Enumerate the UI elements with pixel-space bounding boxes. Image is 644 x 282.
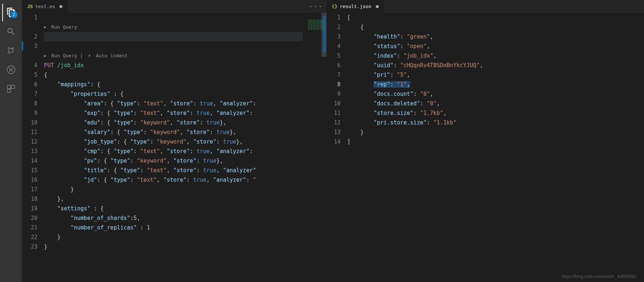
left-tabs: JS test.es ···	[22, 0, 327, 13]
code-line[interactable]: }	[44, 232, 303, 242]
left-code[interactable]: ▶ Run QueryGET _cat/indices▶ Run Query |…	[44, 13, 303, 282]
code-line[interactable]: "salary": { "type": "keyword", "store": …	[44, 127, 303, 137]
code-line[interactable]: "number_of_shards":5,	[44, 213, 303, 223]
code-line[interactable]: "status": "open",	[347, 41, 644, 51]
code-line[interactable]	[44, 41, 303, 51]
debug-icon[interactable]	[2, 61, 20, 79]
code-line[interactable]: "jd": { "type": "text", "store": true, "…	[44, 175, 303, 185]
codelens-run-query[interactable]: ▶ Run Query	[44, 22, 303, 32]
code-line[interactable]: }	[347, 127, 644, 137]
code-line[interactable]: {	[44, 70, 303, 80]
tab-more-icon[interactable]: ···	[305, 3, 327, 10]
code-line[interactable]: "edu": { "type": "keyword", "store": tru…	[44, 118, 303, 127]
scroll-indicator	[323, 16, 326, 53]
left-editor[interactable]: 1234567891011121314151617181920212223 ▶ …	[22, 13, 327, 282]
activity-bar: 2	[0, 0, 22, 282]
minimap[interactable]	[303, 13, 327, 282]
right-editor[interactable]: 1234567891011121314 [ { "health": "green…	[327, 13, 644, 282]
code-line[interactable]: ]	[347, 137, 644, 147]
code-line[interactable]: "uuid": "cHQqnRv4TBSDoBnYkcYJUQ",	[347, 61, 644, 70]
code-line[interactable]: "area": { "type": "text", "store": true,…	[44, 99, 303, 108]
unsaved-dot-icon	[376, 5, 379, 8]
code-line[interactable]: "docs.deleted": "0",	[347, 99, 644, 108]
left-editor-group: JS test.es ··· 1234567891011121314151617…	[22, 0, 327, 282]
json-file-icon: {}	[332, 4, 338, 9]
right-gutter: 1234567891011121314	[327, 13, 347, 282]
tab-label: result.json	[340, 4, 371, 9]
code-line[interactable]: "pri": "5",	[347, 70, 644, 80]
code-line[interactable]: "cmp": { "type": "text", "store": true, …	[44, 147, 303, 156]
code-line[interactable]: "job_type": { "type": "keyword", "store"…	[44, 137, 303, 147]
right-tabs: {} result.json	[327, 0, 644, 13]
code-line[interactable]: "health": "green",	[347, 32, 644, 41]
explorer-icon[interactable]: 2	[2, 4, 20, 21]
code-line[interactable]: "pv": { "type": "keyword", "store": true…	[44, 156, 303, 166]
code-line[interactable]: "docs.count": "0",	[347, 89, 644, 99]
code-line[interactable]: },	[44, 194, 303, 204]
left-gutter: 1234567891011121314151617181920212223	[22, 13, 44, 282]
right-code[interactable]: [ { "health": "green", "status": "open",…	[347, 13, 644, 282]
search-icon[interactable]	[2, 23, 20, 40]
cursor-indicator	[22, 41, 23, 50]
code-line[interactable]: "index": "job_idx",	[347, 51, 644, 61]
source-control-icon[interactable]	[2, 42, 20, 59]
code-line[interactable]: "number_of_replicas" : 1	[44, 223, 303, 232]
tab-label: test.es	[35, 4, 55, 9]
code-line[interactable]: "properties" : {	[44, 89, 303, 99]
code-line[interactable]: [	[347, 13, 644, 22]
code-line[interactable]: "settings" : {	[44, 204, 303, 213]
svg-rect-1	[7, 85, 11, 88]
code-line[interactable]: "rep": "1",	[347, 80, 644, 89]
extensions-icon[interactable]	[2, 80, 20, 98]
code-line[interactable]	[44, 13, 303, 22]
svg-rect-3	[7, 89, 11, 93]
code-line[interactable]: "title": { "type": "text", "store": true…	[44, 166, 303, 175]
active-line-highlight	[44, 32, 303, 41]
code-line[interactable]: }	[44, 242, 303, 252]
right-editor-group: {} result.json 1234567891011121314 [ { "…	[327, 0, 644, 282]
code-line[interactable]: PUT /job_idx	[44, 61, 303, 70]
codelens-run-auto[interactable]: ▶ Run Query | ⚡ Auto indent	[44, 51, 303, 61]
code-line[interactable]: }	[44, 185, 303, 194]
code-line[interactable]: "store.size": "1.7kb",	[347, 108, 644, 118]
code-line[interactable]: "exp": { "type": "text", "store": true, …	[44, 108, 303, 118]
explorer-badge: 2	[10, 11, 18, 18]
tab-test-es[interactable]: JS test.es	[22, 0, 68, 13]
svg-rect-2	[11, 85, 15, 88]
watermark: https://blog.csdn.net/weixin_44699061	[562, 274, 637, 279]
code-line[interactable]: "mappings": {	[44, 80, 303, 89]
code-line[interactable]: {	[347, 22, 644, 32]
code-line[interactable]: "pri.store.size": "1.1kb"	[347, 118, 644, 127]
tab-result-json[interactable]: {} result.json	[327, 0, 384, 13]
unsaved-dot-icon	[59, 5, 62, 8]
js-file-icon: JS	[27, 4, 33, 9]
